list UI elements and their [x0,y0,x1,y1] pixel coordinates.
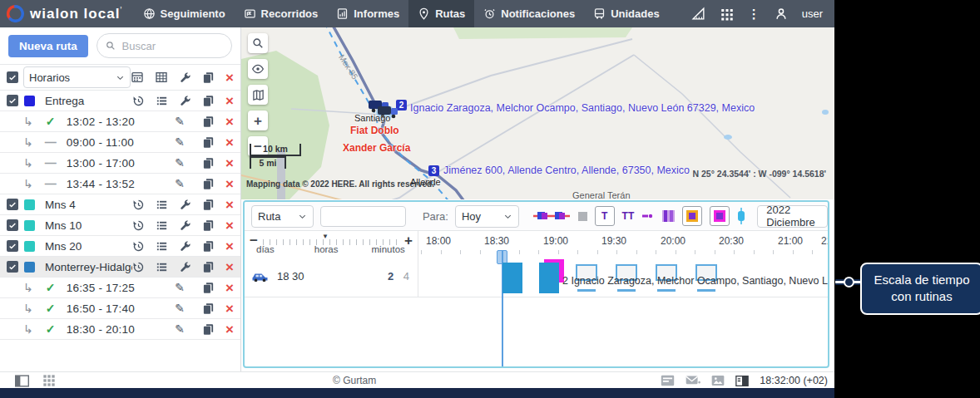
ruler-icon[interactable] [690,6,706,22]
grid-table-icon[interactable] [155,71,168,84]
image-icon[interactable] [711,375,725,386]
wrench-icon[interactable] [179,240,191,253]
edit-icon[interactable]: ✎ [175,135,185,149]
map-zoom-in-button[interactable]: + [248,111,268,130]
wrench-icon[interactable] [179,219,191,232]
copy-icon[interactable] [202,282,215,294]
tab-rutas[interactable]: Rutas [408,0,474,27]
history-icon[interactable] [132,95,145,107]
copy-icon[interactable] [202,219,215,232]
tab-recorridos[interactable]: Recorridos [235,0,328,27]
route-checkbox[interactable] [7,240,18,252]
view-select[interactable]: Horarios [23,66,131,88]
double-label-toggle[interactable]: TT [622,210,635,222]
route-mode-select[interactable]: Ruta [251,205,314,228]
routine-block-active[interactable] [539,263,559,293]
wrench-icon[interactable] [179,199,191,211]
route-filter-input[interactable] [320,206,406,227]
new-route-button[interactable]: Nueva ruta [8,35,88,57]
search-input[interactable] [121,39,223,53]
delete-icon[interactable]: × [225,156,234,170]
routine-block-active[interactable] [502,263,522,293]
delete-icon[interactable]: × [225,94,234,108]
delete-icon[interactable]: × [225,135,234,150]
list-icon[interactable] [156,240,168,253]
apps-grid-icon[interactable] [720,7,735,22]
delete-icon[interactable]: × [225,198,234,212]
schedule-row[interactable]: ↳ — 13:44 - 13:52 ✎ × [0,174,240,194]
route-row[interactable]: Entrega × [0,91,240,111]
delete-icon[interactable]: × [225,302,234,316]
list-icon[interactable] [156,199,168,211]
timeline-unit-row[interactable]: 18 30 2 4 [245,256,418,297]
dash-dot-icon[interactable] [641,212,655,220]
history-icon[interactable] [132,219,145,232]
month-button[interactable]: 2022 Diciembre [757,205,828,228]
history-icon[interactable] [132,240,145,253]
history-icon[interactable] [132,199,145,211]
map-canvas[interactable]: Mex-85 2 Ignacio Zaragoza, Melchor Ocamp… [241,27,834,199]
copy-icon[interactable] [202,178,215,190]
delete-icon[interactable]: × [225,239,234,253]
schedule-row[interactable]: ↳ ✓ 16:50 - 17:40 ✎ × [0,298,240,319]
delete-icon[interactable]: × [225,260,234,274]
striped-square-icon[interactable] [662,210,675,222]
schedule-table-icon[interactable] [131,71,144,84]
zoom-slider[interactable]: − ▼ + días horas minutos [245,231,418,256]
panel-layout-icon[interactable] [15,375,29,387]
tab-informes[interactable]: Informes [327,0,408,27]
track-legend-icon[interactable] [532,210,571,222]
copy-icon[interactable] [202,199,215,211]
schedule-row[interactable]: ↳ — 09:00 - 11:00 ✎ × [0,132,240,153]
wrench-icon[interactable] [179,71,191,84]
schedule-row[interactable]: ↳ ✓ 13:02 - 13:20 ✎ × [0,111,240,132]
map-visibility-button[interactable] [248,59,268,79]
schedule-row[interactable]: ↳ ✓ 18:30 - 20:10 ✎ × [0,319,240,340]
edit-icon[interactable]: ✎ [175,177,185,190]
copy-icon[interactable] [202,240,215,253]
route-checkbox[interactable] [7,219,18,231]
copy-icon[interactable] [202,136,215,149]
route-row-selected[interactable]: Monterrey-Hidalgo × [0,257,240,278]
schedule-row[interactable]: ↳ ✓ 16:35 - 17:25 ✎ × [0,278,240,298]
tab-notificaciones[interactable]: Notificaciones [474,0,584,27]
history-icon[interactable] [132,261,145,273]
delete-icon[interactable]: × [225,219,234,233]
user-icon[interactable] [774,7,789,22]
copy-icon[interactable] [202,95,215,107]
slider-handle[interactable]: ▼ [322,233,329,240]
delete-icon[interactable]: × [225,281,234,295]
copy-icon[interactable] [202,302,215,315]
delete-icon[interactable]: × [225,115,234,129]
list-icon[interactable] [156,95,168,107]
copy-icon[interactable] [202,157,215,170]
bottom-grid-icon[interactable] [42,374,56,387]
copy-icon[interactable] [202,261,215,273]
card-icon[interactable] [661,375,675,386]
edit-icon[interactable]: ✎ [175,156,185,170]
copy-icon[interactable] [202,115,215,128]
edit-icon[interactable]: ✎ [175,281,185,294]
split-panel-icon[interactable] [735,376,749,386]
username[interactable]: user [802,7,823,20]
edit-icon[interactable]: ✎ [175,322,185,336]
wialon-logo[interactable]: wialon localʼ [0,5,134,22]
orange-block-toggle[interactable] [682,206,702,226]
search-box[interactable] [97,33,232,58]
list-icon[interactable] [156,261,168,273]
tab-unidades[interactable]: Unidades [584,0,669,27]
edit-icon[interactable]: ✎ [175,115,185,128]
route-row[interactable]: Mns 20 × [0,236,240,257]
map-search-button[interactable] [248,33,268,53]
copy-icon[interactable] [202,71,215,84]
route-checkbox[interactable] [7,199,18,210]
delete-icon[interactable]: × [225,177,234,191]
kebab-menu-icon[interactable]: ⋮ [748,7,760,22]
schedule-row[interactable]: ↳ — 13:00 - 17:00 ✎ × [0,153,240,174]
delete-icon[interactable]: × [225,322,234,337]
delete-icon[interactable]: × [225,71,234,85]
route-checkbox[interactable] [7,95,18,106]
select-all-checkbox[interactable] [7,71,18,83]
tab-seguimiento[interactable]: Seguimiento [134,0,235,27]
mail-icon[interactable] [686,375,700,386]
